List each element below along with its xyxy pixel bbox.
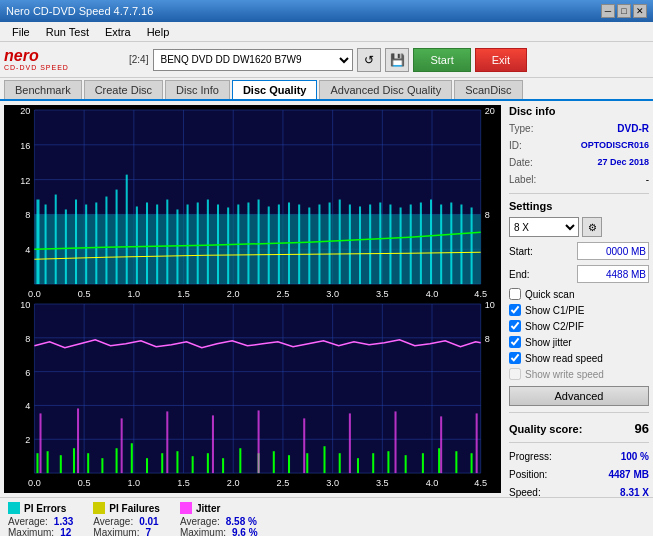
divider-1 (509, 193, 649, 194)
jitter-legend: Jitter (180, 502, 258, 514)
svg-text:8: 8 (25, 334, 30, 344)
jitter-avg-value: 8.58 % (226, 516, 257, 527)
svg-rect-62 (400, 207, 402, 284)
svg-text:2: 2 (25, 435, 30, 445)
disc-label-value: - (646, 173, 649, 187)
menu-extra[interactable]: Extra (97, 24, 139, 40)
svg-rect-58 (359, 206, 361, 284)
speed-label: Speed: (509, 485, 541, 500)
maximize-button[interactable]: □ (617, 4, 631, 18)
show-read-speed-row: Show read speed (509, 352, 649, 364)
show-c1pie-checkbox[interactable] (509, 304, 521, 316)
svg-text:10: 10 (485, 300, 495, 310)
svg-rect-39 (166, 200, 168, 285)
svg-rect-131 (455, 451, 457, 473)
pi-failures-avg-label: Average: (93, 516, 133, 527)
svg-rect-38 (156, 204, 158, 284)
svg-rect-30 (75, 200, 77, 285)
advanced-button[interactable]: Advanced (509, 386, 649, 406)
svg-rect-80 (34, 304, 480, 473)
svg-rect-139 (303, 418, 305, 473)
svg-rect-69 (471, 207, 473, 284)
svg-text:2.5: 2.5 (277, 289, 290, 299)
quick-scan-checkbox[interactable] (509, 288, 521, 300)
disc-type-row: Type: DVD-R (509, 122, 649, 136)
drive-select-area: [2:4] BENQ DVD DD DW1620 B7W9 (126, 49, 353, 71)
show-write-speed-checkbox[interactable] (509, 368, 521, 380)
drive-label: [2:4] (126, 53, 151, 66)
disc-date-label: Date: (509, 156, 533, 170)
minimize-button[interactable]: ─ (601, 4, 615, 18)
svg-rect-109 (101, 458, 103, 473)
tab-create-disc[interactable]: Create Disc (84, 80, 163, 99)
exit-button[interactable]: Exit (475, 48, 527, 72)
svg-text:10: 10 (20, 300, 30, 310)
pi-errors-max-label: Maximum: (8, 527, 54, 536)
svg-text:8: 8 (485, 334, 490, 344)
pi-failures-group: PI Failures Average: 0.01 Maximum: 7 Tot… (93, 502, 160, 536)
svg-rect-55 (329, 202, 331, 284)
toolbar: nero CD-DVD SPEED [2:4] BENQ DVD DD DW16… (0, 42, 653, 78)
show-c2pif-checkbox[interactable] (509, 320, 521, 332)
tab-benchmark[interactable]: Benchmark (4, 80, 82, 99)
close-button[interactable]: ✕ (633, 4, 647, 18)
quick-scan-label: Quick scan (525, 289, 574, 300)
svg-rect-111 (131, 443, 133, 473)
svg-rect-43 (207, 200, 209, 285)
chart-area: 20 16 12 8 4 20 8 (4, 105, 501, 493)
svg-rect-66 (440, 204, 442, 284)
svg-text:4.0: 4.0 (426, 289, 439, 299)
pi-failures-avg-value: 0.01 (139, 516, 158, 527)
svg-text:6: 6 (25, 368, 30, 378)
nero-subtitle: CD-DVD SPEED (4, 64, 69, 71)
settings-icon-btn[interactable]: ⚙ (582, 217, 602, 237)
svg-rect-64 (420, 202, 422, 284)
disc-label-row: Label: - (509, 173, 649, 187)
menu-help[interactable]: Help (139, 24, 178, 40)
svg-rect-107 (73, 448, 75, 473)
svg-rect-52 (298, 204, 300, 284)
show-c1pie-label: Show C1/PIE (525, 305, 584, 316)
svg-text:2.0: 2.0 (227, 478, 240, 488)
jitter-group: Jitter Average: 8.58 % Maximum: 9.6 % PO… (180, 502, 258, 536)
show-read-speed-checkbox[interactable] (509, 352, 521, 364)
svg-rect-33 (105, 197, 107, 285)
start-mb-field[interactable] (577, 242, 649, 260)
progress-row-3: Speed: 8.31 X (509, 485, 649, 500)
svg-rect-108 (87, 453, 89, 473)
svg-rect-110 (116, 448, 118, 473)
pi-errors-average-row: Average: 1.33 (8, 516, 73, 527)
svg-text:4.5: 4.5 (474, 478, 487, 488)
show-jitter-checkbox[interactable] (509, 336, 521, 348)
menu-file[interactable]: File (4, 24, 38, 40)
disc-date-row: Date: 27 Dec 2018 (509, 156, 649, 170)
start-button[interactable]: Start (413, 48, 470, 72)
pi-errors-avg-label: Average: (8, 516, 48, 527)
tab-disc-quality[interactable]: Disc Quality (232, 80, 318, 99)
speed-combo[interactable]: 8 X (509, 217, 579, 237)
chart-svg: 20 16 12 8 4 20 8 (4, 105, 501, 493)
pi-errors-legend-box (8, 502, 20, 514)
svg-rect-68 (460, 204, 462, 284)
svg-rect-27 (45, 204, 47, 284)
svg-rect-53 (308, 207, 310, 284)
svg-text:12: 12 (20, 176, 30, 186)
disc-type-label: Type: (509, 122, 533, 136)
nero-text: nero (4, 48, 39, 64)
svg-rect-37 (146, 202, 148, 284)
menu-run-test[interactable]: Run Test (38, 24, 97, 40)
tab-scandisc[interactable]: ScanDisc (454, 80, 522, 99)
save-icon-btn[interactable]: 💾 (385, 48, 409, 72)
pi-errors-avg-value: 1.33 (54, 516, 73, 527)
svg-rect-123 (324, 446, 326, 473)
svg-rect-40 (176, 209, 178, 284)
speed-value: 8.31 X (620, 485, 649, 500)
pi-failures-max-label: Maximum: (93, 527, 139, 536)
end-mb-field[interactable] (577, 265, 649, 283)
drive-combo[interactable]: BENQ DVD DD DW1620 B7W9 (153, 49, 353, 71)
refresh-icon-btn[interactable]: ↺ (357, 48, 381, 72)
svg-text:20: 20 (20, 106, 30, 116)
tab-advanced-disc-quality[interactable]: Advanced Disc Quality (319, 80, 452, 99)
svg-rect-28 (55, 195, 57, 285)
tab-disc-info[interactable]: Disc Info (165, 80, 230, 99)
